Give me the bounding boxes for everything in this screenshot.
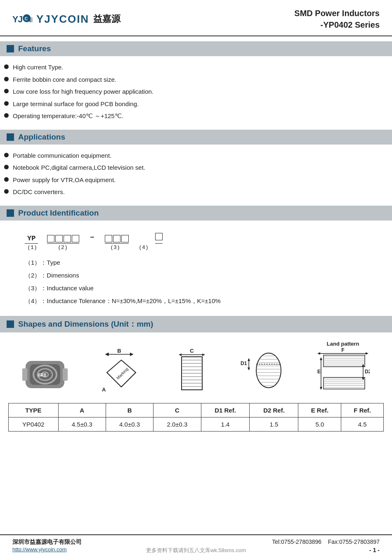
logo-icon: Y J C IN (12, 11, 32, 27)
svg-text:6R8: 6R8 (38, 372, 46, 377)
svg-marker-56 (320, 387, 322, 390)
d1d2-svg: D1 (240, 348, 285, 393)
product-id-diagram: YP － (0, 225, 392, 255)
cell-e: 5.0 (298, 417, 341, 431)
cell-a: 4.5±0.3 (58, 417, 106, 431)
applications-header: Applications (0, 130, 392, 145)
svg-text:C: C (190, 348, 194, 354)
page: Y J C IN YJYCOIN 益嘉源 SMD Power Inductors… (0, 0, 392, 555)
svg-rect-11 (22, 368, 27, 381)
list-item: Portable communication equipment. (4, 151, 392, 161)
pid-yp-label: YP (25, 235, 38, 244)
logo-chinese: 益嘉源 (93, 13, 120, 25)
pid-box (121, 235, 129, 242)
pid-legend: （1）： Type （2）： Dimensions （3）： Inductanc… (0, 255, 392, 314)
bullet-dot (4, 64, 9, 69)
table-header-c: C (153, 403, 201, 417)
c-diagram: C (175, 348, 208, 393)
c-diagram-svg: C (175, 348, 208, 393)
bullet-dot (4, 113, 9, 118)
features-list: High current Type. Ferrite bobbin core a… (0, 60, 392, 128)
svg-text:B: B (118, 348, 121, 354)
bullet-dot (4, 101, 9, 106)
land-pattern-svg: F E D2 (316, 348, 370, 393)
svg-text:A: A (102, 387, 106, 393)
dimensions-table: TYPE A B C D1 Ref. D2 Ref. E Ref. F Ref.… (8, 403, 384, 432)
bullet-dot (4, 177, 9, 182)
title-line2: -YP0402 Series (294, 19, 380, 31)
features-section: Features High current Type. Ferrite bobb… (0, 41, 392, 128)
shapes-title: Shapes and Dimensions (Unit：mm) (18, 319, 153, 330)
pid-box (55, 235, 63, 242)
list-item: Low core loss for high frequency power a… (4, 87, 392, 97)
bullet-dot (4, 165, 9, 169)
svg-text:C: C (24, 16, 28, 21)
inductor-photo: 6R8 (22, 356, 68, 393)
table-row: YP0402 4.5±0.3 4.0±0.3 2.0±0.3 1.4 1.5 5… (9, 417, 384, 431)
pid-box (72, 235, 79, 242)
applications-title: Applications (18, 133, 65, 142)
svg-text:D1: D1 (241, 361, 247, 366)
footer-contact: Tel:0755-27803896 Fax:0755-27803897 (272, 538, 380, 545)
pid-dash: － (88, 232, 96, 244)
pid-num2: (2) (44, 244, 82, 251)
shapes-section: Shapes and Dimensions (Unit：mm) 6R8 (0, 316, 392, 436)
table-header-type: TYPE (9, 403, 59, 417)
list-item: Ferrite bobbin core and compact size. (4, 75, 392, 85)
bullet-dot (4, 189, 9, 194)
d1d2-diagram: D1 (240, 348, 285, 393)
b-diagram-svg: B Marking A (99, 348, 144, 393)
cell-d2: 1.5 (250, 417, 298, 431)
product-id-header: Product Identification (0, 206, 392, 221)
applications-section: Applications Portable communication equi… (0, 130, 392, 204)
title-line1: SMD Power Inductors (294, 7, 380, 19)
features-title: Features (18, 44, 51, 53)
bullet-dot (4, 153, 9, 157)
list-item: Operating temperature:-40℃ ～+125℃. (4, 111, 392, 121)
svg-marker-51 (317, 352, 320, 355)
svg-marker-55 (320, 357, 322, 360)
pid-box (47, 235, 54, 242)
cell-d1: 1.4 (201, 417, 250, 431)
svg-text:D2: D2 (365, 369, 370, 375)
pid-box (113, 235, 120, 242)
shapes-diagrams-area: 6R8 B Mar (0, 337, 392, 436)
pid-num4: (4) (135, 244, 152, 251)
legend-item-2: （2）： Dimensions (25, 272, 380, 280)
legend-item-4: （4）： Inductance Tolerance：N=±30%,M=±20%，… (25, 297, 380, 305)
svg-marker-35 (248, 368, 250, 370)
header-title: SMD Power Inductors -YP0402 Series (294, 7, 380, 31)
land-pattern-label: Land pattern (327, 341, 359, 347)
logo-area: Y J C IN YJYCOIN 益嘉源 (12, 11, 120, 27)
list-item: Large terminal surface for good PCB bond… (4, 100, 392, 109)
product-id-title: Product Identification (18, 209, 99, 218)
shapes-icon (7, 320, 14, 328)
applications-icon (7, 133, 14, 141)
svg-marker-52 (366, 352, 368, 355)
cell-b: 4.0±0.3 (106, 417, 153, 431)
footer-company: 深圳市益嘉源电子有限公司 (12, 538, 82, 546)
legend-item-3: （3）： Inductance value (25, 285, 380, 292)
features-header: Features (0, 41, 392, 56)
pid-num3b: (3) (101, 244, 130, 251)
svg-text:E: E (317, 369, 321, 375)
svg-text:J: J (18, 14, 23, 24)
bullet-dot (4, 77, 9, 81)
product-id-icon (7, 209, 14, 217)
list-item: High current Type. (4, 63, 392, 72)
logo-brand: YJYCOIN (36, 13, 89, 26)
svg-text:IN: IN (29, 16, 32, 24)
svg-text:F: F (342, 348, 345, 353)
svg-marker-34 (248, 358, 250, 361)
pid-box (64, 235, 71, 242)
table-header-b: B (106, 403, 153, 417)
table-header-d1: D1 Ref. (201, 403, 250, 417)
watermark: 更多资料下载请到五八文库wk.58sms.com (0, 547, 392, 555)
pid-box (155, 233, 163, 240)
pid-box (105, 235, 112, 242)
svg-rect-12 (63, 368, 68, 381)
product-id-section: Product Identification YP (0, 206, 392, 314)
cell-c: 2.0±0.3 (153, 417, 201, 431)
land-pattern-diagram: Land pattern F E D2 (316, 341, 370, 393)
bullet-dot (4, 89, 9, 93)
